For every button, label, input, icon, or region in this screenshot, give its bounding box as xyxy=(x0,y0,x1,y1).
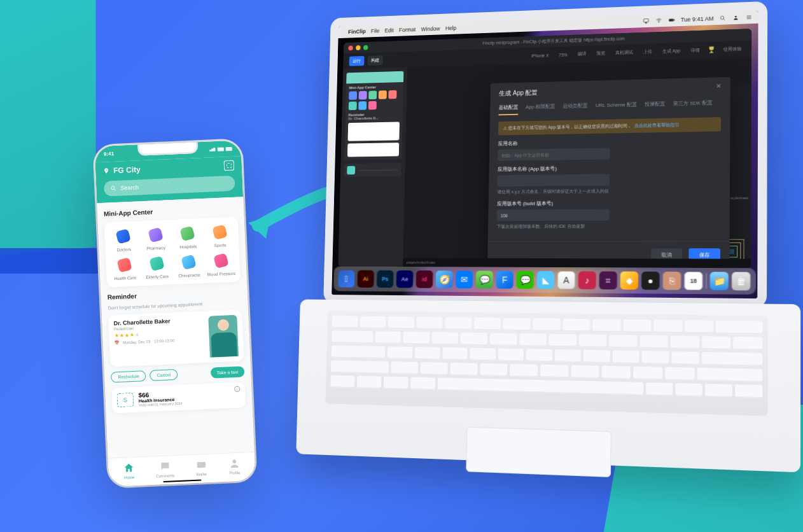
crystal-icon xyxy=(148,227,163,242)
user-icon[interactable] xyxy=(732,15,739,22)
dock-safari-icon[interactable]: 🧭 xyxy=(436,270,453,288)
cancel-button[interactable]: Cancel xyxy=(150,369,178,381)
dock-messages-icon[interactable]: 💬 xyxy=(476,270,493,288)
mini-app-chiropractic[interactable]: Chiropractic xyxy=(174,253,204,278)
insurance-card[interactable]: S $66 Health Insurance Valid until 01 Fe… xyxy=(111,382,246,413)
dialog-tab-sdk[interactable]: 第三方 SDK 配置 xyxy=(673,99,712,112)
svg-line-1 xyxy=(115,189,116,190)
dialog-tab-url[interactable]: URL Scheme 配置 xyxy=(596,101,637,113)
dock-aftereffects-icon[interactable]: Ae xyxy=(396,270,414,288)
info-icon[interactable]: i xyxy=(234,386,240,392)
dock-folder-icon[interactable]: 📁 xyxy=(710,272,729,290)
appointment-date: Monday, Dec 23 xyxy=(123,339,150,344)
nav-comments[interactable]: Comments xyxy=(155,459,174,478)
warning-link[interactable]: 点击此处查看帮助指引 xyxy=(634,122,680,129)
menubar-edit[interactable]: Edit xyxy=(384,27,393,34)
reschedule-button[interactable]: Reshedule xyxy=(111,370,146,382)
app-name-input[interactable] xyxy=(498,148,610,160)
mini-app-title: Mini-App Center xyxy=(104,205,237,218)
reminder-subtitle: Don't forget schedule for upcoming appoi… xyxy=(108,300,241,310)
mini-app-doctors[interactable]: Doctors xyxy=(108,227,139,252)
mini-app-elderly-care[interactable]: Elderly Care xyxy=(142,255,172,279)
version-label: 应用版本名称 (App 版本号) xyxy=(498,163,721,172)
dock-finclip-icon[interactable]: F xyxy=(496,271,513,289)
dock-illustrator-icon[interactable]: Ai xyxy=(357,270,374,288)
dialog-tab-perm[interactable]: App 权限配置 xyxy=(526,103,555,115)
dock-calendar-icon[interactable]: 18 xyxy=(684,272,702,290)
mini-app-hospitals[interactable]: Hospitals xyxy=(172,225,203,249)
dialog-close-button[interactable]: ✕ xyxy=(716,82,723,90)
sim-ic xyxy=(349,102,357,111)
svg-rect-4 xyxy=(644,19,649,22)
toolbar-compile[interactable]: 编译 xyxy=(574,49,589,59)
battery-icon[interactable] xyxy=(668,17,676,23)
control-center-icon[interactable] xyxy=(745,14,753,21)
toolbar-preview[interactable]: 预览 xyxy=(593,48,608,59)
keyboard xyxy=(325,311,768,416)
version-input[interactable] xyxy=(498,174,610,186)
toolbar-upload[interactable]: 上传 xyxy=(639,46,655,57)
toolbar-username[interactable]: 使用体验 xyxy=(720,44,744,55)
trophy-icon[interactable] xyxy=(707,45,716,55)
window-close-icon[interactable] xyxy=(348,46,353,51)
menubar-app-name[interactable]: FinClip xyxy=(348,28,366,34)
sim-ic xyxy=(358,101,367,110)
nav-home[interactable]: Home xyxy=(122,461,136,480)
svg-point-9 xyxy=(720,16,723,19)
window-minimize-icon[interactable] xyxy=(356,45,360,50)
toolbar-genapp[interactable]: 生成 App xyxy=(659,46,684,57)
dialog-tab-basic[interactable]: 基础配置 xyxy=(498,104,518,115)
dialog-tab-launch[interactable]: 启动页配置 xyxy=(563,102,589,115)
mini-app-pharmacy[interactable]: Pharmacy xyxy=(141,226,171,251)
airplay-icon[interactable] xyxy=(643,18,650,24)
sim-card xyxy=(348,122,400,141)
wifi-icon[interactable] xyxy=(655,17,663,24)
toolbar-zoom[interactable]: 75% xyxy=(555,50,571,59)
sim-bottom-tabs xyxy=(344,163,402,177)
search-input[interactable]: Search xyxy=(104,176,235,197)
app-header: FG City Search xyxy=(95,156,244,203)
dock-photoshop-icon[interactable]: Ps xyxy=(377,270,394,288)
dialog-tab-cast[interactable]: 投屏配置 xyxy=(645,101,665,113)
toolbar-realdevice[interactable]: 真机调试 xyxy=(612,47,636,58)
toolbar-build-button[interactable]: 构建 xyxy=(368,55,383,66)
toolbar-device[interactable]: iPhone X xyxy=(528,51,552,60)
menubar-file[interactable]: File xyxy=(371,28,379,34)
dock-mail-icon[interactable]: ✉︎ xyxy=(456,270,473,288)
menubar-window[interactable]: Window xyxy=(421,25,440,32)
toolbar-details[interactable]: 详情 xyxy=(687,45,703,56)
mini-app-sports[interactable]: Sports xyxy=(204,223,235,248)
dock-wechat-icon[interactable]: 💬 xyxy=(516,271,534,289)
location-selector[interactable]: FG City xyxy=(103,165,141,176)
scan-icon[interactable] xyxy=(224,160,235,171)
dock-appstore-icon[interactable]: A xyxy=(557,271,575,289)
leaf-icon xyxy=(149,256,164,271)
spotlight-icon[interactable] xyxy=(719,15,727,21)
reminder-card[interactable]: Dr. Charollette Baker Pediatrician ★★★★★… xyxy=(108,309,244,367)
dock-sketch-icon[interactable]: ◆ xyxy=(620,272,639,290)
heart-icon xyxy=(117,257,132,272)
laptop-mockup: FinClip File Edit Format Window Help Tue… xyxy=(295,0,800,493)
dock-figma-icon[interactable]: ● xyxy=(641,272,660,290)
dock-finder-icon[interactable]: 􀎞 xyxy=(338,270,354,287)
build-input[interactable] xyxy=(497,209,610,221)
dock-brackets-icon[interactable]: ⎘ xyxy=(663,272,681,290)
sim-doc-name: Dr. Charollette B... xyxy=(348,116,400,120)
nav-wallet[interactable]: Wallet xyxy=(195,458,208,477)
mini-app-health-care[interactable]: Health Care xyxy=(109,256,140,281)
take-taxi-button[interactable]: Take a taxi xyxy=(210,366,244,378)
toolbar-run-button[interactable]: 运行 xyxy=(349,56,365,66)
mini-app-blood-pressure[interactable]: Blood Pressure xyxy=(206,252,236,277)
dock-trash-icon[interactable]: 🗑 xyxy=(732,272,750,290)
dock-slack-icon[interactable]: ⌗ xyxy=(599,271,617,290)
pin-icon xyxy=(103,166,110,175)
ticket-icon: S xyxy=(116,393,134,407)
nav-profile[interactable]: Profile xyxy=(228,457,241,475)
svg-rect-8 xyxy=(669,19,673,21)
menubar-format[interactable]: Format xyxy=(399,26,416,32)
window-zoom-icon[interactable] xyxy=(363,45,368,50)
dock-netease-icon[interactable]: ♪ xyxy=(578,271,596,289)
dock-flutter-icon[interactable]: ◣ xyxy=(537,271,555,289)
menubar-help[interactable]: Help xyxy=(445,25,457,31)
dock-indesign-icon[interactable]: Id xyxy=(416,270,433,288)
